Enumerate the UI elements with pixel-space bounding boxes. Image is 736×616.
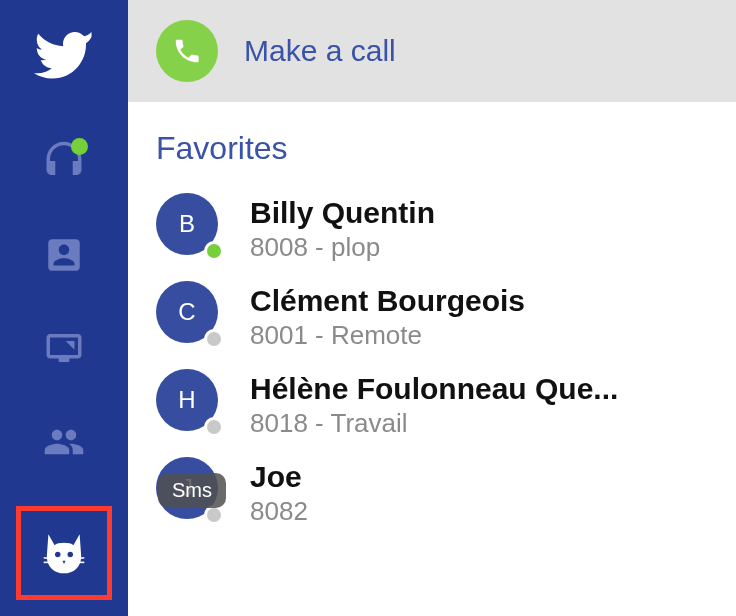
phone-icon	[172, 36, 202, 66]
contact-book-icon	[43, 234, 85, 276]
cat-icon	[39, 528, 89, 578]
contact-info: Clément Bourgeois 8001 - Remote	[250, 284, 736, 351]
nav-contacts[interactable]	[34, 226, 94, 285]
avatar: C	[156, 281, 228, 353]
contact-name: Clément Bourgeois	[250, 284, 736, 318]
status-dot-online	[204, 241, 224, 261]
group-icon	[43, 421, 85, 463]
call-bar: Make a call	[128, 0, 736, 102]
contact-subline: 8082	[250, 496, 736, 527]
status-dot-offline	[204, 329, 224, 349]
contact-info: Joe 8082	[250, 460, 736, 527]
screen-share-icon	[43, 327, 85, 369]
contact-row[interactable]: H Hélène Foulonneau Que... 8018 - Travai…	[128, 361, 736, 449]
contact-info: Hélène Foulonneau Que... 8018 - Travail	[250, 372, 736, 439]
make-call-button[interactable]	[156, 20, 218, 82]
avatar: H	[156, 369, 228, 441]
status-dot-offline	[204, 417, 224, 437]
contact-info: Billy Quentin 8008 - plop	[250, 196, 736, 263]
main-panel: Make a call Favorites B Billy Quentin 80…	[128, 0, 736, 616]
avatar: J Sms	[156, 457, 228, 529]
contact-row[interactable]: J Sms Joe 8082	[128, 449, 736, 537]
sidebar	[0, 0, 128, 616]
nav-group[interactable]	[34, 413, 94, 472]
contact-name: Joe	[250, 460, 736, 494]
sms-badge: Sms	[158, 473, 226, 508]
app-logo[interactable]	[34, 22, 94, 82]
contact-subline: 8001 - Remote	[250, 320, 736, 351]
nav-calls[interactable]	[34, 132, 94, 191]
status-dot-offline	[204, 505, 224, 525]
svg-point-0	[55, 552, 60, 557]
avatar: B	[156, 193, 228, 265]
section-title-favorites: Favorites	[128, 102, 736, 185]
svg-point-1	[68, 552, 73, 557]
contact-subline: 8008 - plop	[250, 232, 736, 263]
make-call-label[interactable]: Make a call	[244, 34, 396, 68]
contact-row[interactable]: C Clément Bourgeois 8001 - Remote	[128, 273, 736, 361]
contact-name: Billy Quentin	[250, 196, 736, 230]
contact-subline: 8018 - Travail	[250, 408, 736, 439]
bird-icon	[34, 22, 94, 82]
contact-name: Hélène Foulonneau Que...	[250, 372, 736, 406]
presence-indicator	[71, 138, 88, 155]
contact-row[interactable]: B Billy Quentin 8008 - plop	[128, 185, 736, 273]
plugin-highlight[interactable]	[16, 506, 112, 600]
nav-screenshare[interactable]	[34, 319, 94, 378]
